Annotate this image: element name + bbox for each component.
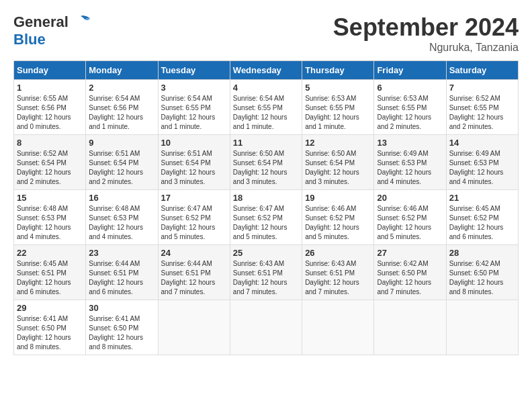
day-number: 22: [17, 248, 83, 258]
day-info: Sunrise: 6:55 AM Sunset: 6:56 PM Dayligh…: [17, 94, 83, 132]
calendar-cell: 11 Sunrise: 6:50 AM Sunset: 6:54 PM Dayl…: [230, 135, 302, 190]
day-info: Sunrise: 6:46 AM Sunset: 6:52 PM Dayligh…: [377, 204, 443, 242]
day-info: Sunrise: 6:45 AM Sunset: 6:51 PM Dayligh…: [17, 259, 83, 297]
day-number: 8: [17, 138, 83, 148]
day-info: Sunrise: 6:45 AM Sunset: 6:52 PM Dayligh…: [449, 204, 515, 242]
weekday-header-saturday: Saturday: [446, 61, 518, 80]
day-number: 4: [233, 83, 299, 93]
calendar-cell: 7 Sunrise: 6:52 AM Sunset: 6:55 PM Dayli…: [446, 80, 518, 135]
weekday-header-monday: Monday: [86, 61, 158, 80]
day-number: 23: [89, 248, 154, 258]
logo-bird-icon: [70, 15, 91, 30]
day-number: 5: [305, 83, 371, 93]
logo: General Blue: [13, 13, 91, 48]
calendar-cell: 6 Sunrise: 6:53 AM Sunset: 6:55 PM Dayli…: [374, 80, 446, 135]
day-number: 12: [305, 138, 371, 148]
day-number: 11: [233, 138, 299, 148]
calendar-cell: 21 Sunrise: 6:45 AM Sunset: 6:52 PM Dayl…: [446, 190, 518, 245]
calendar-cell: 24 Sunrise: 6:44 AM Sunset: 6:51 PM Dayl…: [158, 245, 230, 300]
day-info: Sunrise: 6:46 AM Sunset: 6:52 PM Dayligh…: [305, 204, 371, 242]
calendar-cell: [374, 300, 446, 355]
weekday-header-tuesday: Tuesday: [158, 61, 230, 80]
day-number: 27: [377, 248, 443, 258]
day-number: 28: [449, 248, 515, 258]
day-number: 21: [449, 193, 515, 203]
calendar-cell: 4 Sunrise: 6:54 AM Sunset: 6:55 PM Dayli…: [230, 80, 302, 135]
day-number: 30: [89, 303, 154, 313]
day-info: Sunrise: 6:52 AM Sunset: 6:54 PM Dayligh…: [17, 149, 83, 187]
calendar-cell: [446, 300, 518, 355]
day-info: Sunrise: 6:54 AM Sunset: 6:56 PM Dayligh…: [89, 94, 154, 132]
calendar-cell: 22 Sunrise: 6:45 AM Sunset: 6:51 PM Dayl…: [14, 245, 86, 300]
calendar-cell: 14 Sunrise: 6:49 AM Sunset: 6:53 PM Dayl…: [446, 135, 518, 190]
calendar-cell: 5 Sunrise: 6:53 AM Sunset: 6:55 PM Dayli…: [302, 80, 374, 135]
day-info: Sunrise: 6:44 AM Sunset: 6:51 PM Dayligh…: [161, 259, 227, 297]
day-info: Sunrise: 6:41 AM Sunset: 6:50 PM Dayligh…: [17, 314, 83, 352]
day-info: Sunrise: 6:43 AM Sunset: 6:51 PM Dayligh…: [233, 259, 299, 297]
day-info: Sunrise: 6:48 AM Sunset: 6:53 PM Dayligh…: [17, 204, 83, 242]
calendar-cell: 27 Sunrise: 6:42 AM Sunset: 6:50 PM Dayl…: [374, 245, 446, 300]
day-info: Sunrise: 6:42 AM Sunset: 6:50 PM Dayligh…: [449, 259, 515, 297]
weekday-header-sunday: Sunday: [14, 61, 86, 80]
weekday-header-wednesday: Wednesday: [230, 61, 302, 80]
calendar-cell: 12 Sunrise: 6:50 AM Sunset: 6:54 PM Dayl…: [302, 135, 374, 190]
calendar-cell: 30 Sunrise: 6:41 AM Sunset: 6:50 PM Dayl…: [86, 300, 158, 355]
day-number: 7: [449, 83, 515, 93]
day-number: 17: [161, 193, 227, 203]
calendar-cell: 1 Sunrise: 6:55 AM Sunset: 6:56 PM Dayli…: [14, 80, 86, 135]
calendar-cell: 13 Sunrise: 6:49 AM Sunset: 6:53 PM Dayl…: [374, 135, 446, 190]
day-number: 18: [233, 193, 299, 203]
day-number: 25: [233, 248, 299, 258]
calendar-week-4: 22 Sunrise: 6:45 AM Sunset: 6:51 PM Dayl…: [14, 245, 519, 300]
day-info: Sunrise: 6:48 AM Sunset: 6:53 PM Dayligh…: [89, 204, 154, 242]
day-info: Sunrise: 6:53 AM Sunset: 6:55 PM Dayligh…: [377, 94, 443, 132]
calendar-cell: 9 Sunrise: 6:51 AM Sunset: 6:54 PM Dayli…: [86, 135, 158, 190]
calendar-table: SundayMondayTuesdayWednesdayThursdayFrid…: [13, 60, 519, 355]
day-number: 3: [161, 83, 227, 93]
day-info: Sunrise: 6:52 AM Sunset: 6:55 PM Dayligh…: [449, 94, 515, 132]
calendar-cell: 10 Sunrise: 6:51 AM Sunset: 6:54 PM Dayl…: [158, 135, 230, 190]
day-info: Sunrise: 6:47 AM Sunset: 6:52 PM Dayligh…: [161, 204, 227, 242]
day-info: Sunrise: 6:54 AM Sunset: 6:55 PM Dayligh…: [233, 94, 299, 132]
calendar-cell: 2 Sunrise: 6:54 AM Sunset: 6:56 PM Dayli…: [86, 80, 158, 135]
day-info: Sunrise: 6:51 AM Sunset: 6:54 PM Dayligh…: [161, 149, 227, 187]
day-number: 1: [17, 83, 83, 93]
day-info: Sunrise: 6:47 AM Sunset: 6:52 PM Dayligh…: [233, 204, 299, 242]
calendar-cell: [230, 300, 302, 355]
calendar-cell: 20 Sunrise: 6:46 AM Sunset: 6:52 PM Dayl…: [374, 190, 446, 245]
day-info: Sunrise: 6:49 AM Sunset: 6:53 PM Dayligh…: [377, 149, 443, 187]
day-info: Sunrise: 6:44 AM Sunset: 6:51 PM Dayligh…: [89, 259, 154, 297]
day-info: Sunrise: 6:53 AM Sunset: 6:55 PM Dayligh…: [305, 94, 371, 132]
day-number: 10: [161, 138, 227, 148]
day-number: 19: [305, 193, 371, 203]
location: Nguruka, Tanzania: [333, 42, 519, 54]
calendar-cell: 19 Sunrise: 6:46 AM Sunset: 6:52 PM Dayl…: [302, 190, 374, 245]
calendar-week-2: 8 Sunrise: 6:52 AM Sunset: 6:54 PM Dayli…: [14, 135, 519, 190]
calendar-cell: 16 Sunrise: 6:48 AM Sunset: 6:53 PM Dayl…: [86, 190, 158, 245]
calendar-cell: 8 Sunrise: 6:52 AM Sunset: 6:54 PM Dayli…: [14, 135, 86, 190]
day-number: 6: [377, 83, 443, 93]
day-number: 14: [449, 138, 515, 148]
day-number: 2: [89, 83, 154, 93]
calendar-week-5: 29 Sunrise: 6:41 AM Sunset: 6:50 PM Dayl…: [14, 300, 519, 355]
calendar-cell: 26 Sunrise: 6:43 AM Sunset: 6:51 PM Dayl…: [302, 245, 374, 300]
day-number: 9: [89, 138, 154, 148]
calendar-cell: 17 Sunrise: 6:47 AM Sunset: 6:52 PM Dayl…: [158, 190, 230, 245]
day-number: 15: [17, 193, 83, 203]
day-info: Sunrise: 6:50 AM Sunset: 6:54 PM Dayligh…: [305, 149, 371, 187]
day-number: 16: [89, 193, 154, 203]
calendar-week-3: 15 Sunrise: 6:48 AM Sunset: 6:53 PM Dayl…: [14, 190, 519, 245]
weekday-header-friday: Friday: [374, 61, 446, 80]
day-info: Sunrise: 6:43 AM Sunset: 6:51 PM Dayligh…: [305, 259, 371, 297]
day-info: Sunrise: 6:50 AM Sunset: 6:54 PM Dayligh…: [233, 149, 299, 187]
calendar-week-1: 1 Sunrise: 6:55 AM Sunset: 6:56 PM Dayli…: [14, 80, 519, 135]
day-info: Sunrise: 6:42 AM Sunset: 6:50 PM Dayligh…: [377, 259, 443, 297]
day-number: 20: [377, 193, 443, 203]
day-number: 24: [161, 248, 227, 258]
day-info: Sunrise: 6:49 AM Sunset: 6:53 PM Dayligh…: [449, 149, 515, 187]
logo-general-text: General: [13, 13, 69, 31]
day-info: Sunrise: 6:41 AM Sunset: 6:50 PM Dayligh…: [89, 314, 154, 352]
logo-blue-text: Blue: [13, 31, 46, 48]
calendar-cell: 29 Sunrise: 6:41 AM Sunset: 6:50 PM Dayl…: [14, 300, 86, 355]
calendar-cell: [302, 300, 374, 355]
